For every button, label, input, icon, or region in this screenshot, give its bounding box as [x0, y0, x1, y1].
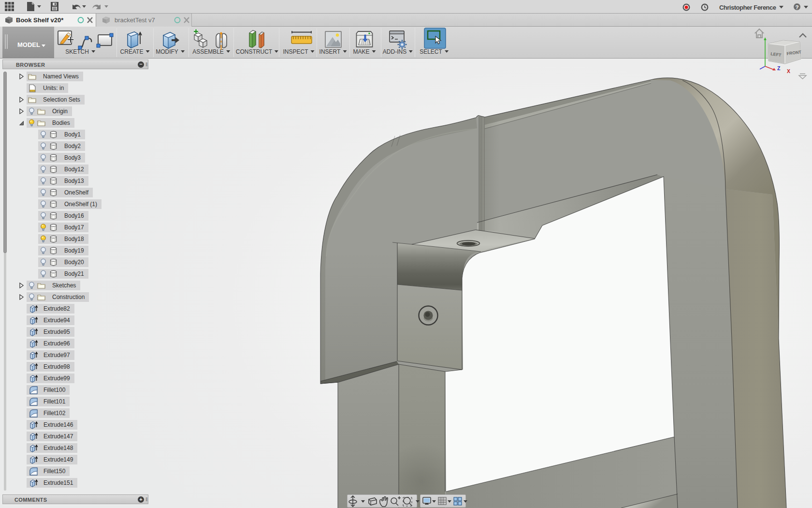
svg-text:Z: Z	[777, 65, 781, 71]
svg-text:X: X	[787, 68, 790, 74]
svg-text:Christopher Ference: Christopher Ference	[719, 4, 776, 11]
svg-text:?: ?	[796, 4, 799, 10]
